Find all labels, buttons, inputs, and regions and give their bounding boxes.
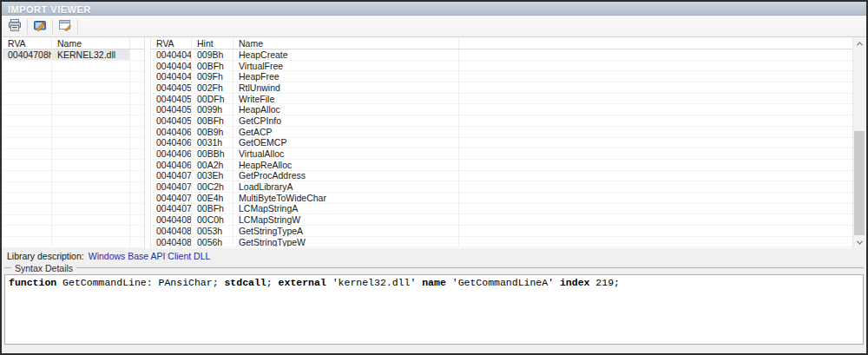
groupbox-line <box>76 267 864 268</box>
import-row[interactable]: 00404060h00B9hGetACP <box>151 127 852 138</box>
imports-table-body: 00404044h009BhHeapCreate00404048h00BFhVi… <box>151 49 852 247</box>
import-row[interactable]: 0040407Ch00BFhLCMapStringA <box>151 204 852 215</box>
code-segment: function <box>9 277 56 288</box>
column-header-rva[interactable]: RVA <box>3 37 52 49</box>
edit-icon <box>33 18 47 35</box>
modules-table-header: RVA Name <box>3 37 144 49</box>
code-segment: GetCommandLine: PAnsiChar; <box>56 277 224 288</box>
properties-icon <box>58 18 72 35</box>
code-segment: index <box>560 277 590 288</box>
syntax-code-box[interactable]: function GetCommandLine: PAnsiChar; stdc… <box>4 274 864 345</box>
scrollbar-thumb[interactable] <box>854 131 865 235</box>
import-row[interactable]: 00404050h002FhRtlUnwind <box>151 82 852 94</box>
module-row[interactable]: 00404708hKERNEL32.dll <box>3 49 144 61</box>
groupbox-line <box>4 267 11 268</box>
column-header-empty <box>130 37 144 49</box>
code-segment: stdcall <box>224 277 266 288</box>
import-row[interactable]: 00404064h0031hGetOEMCP <box>151 138 852 149</box>
code-segment: 219; <box>589 277 620 288</box>
toolbar-separator <box>77 19 78 34</box>
chevron-up-icon <box>856 42 862 48</box>
scroll-down-button[interactable] <box>853 236 865 248</box>
chevron-down-icon <box>856 238 862 244</box>
toolbar <box>2 16 866 37</box>
modules-table-filler <box>3 61 144 248</box>
import-row[interactable]: 00404088h0056hGetStringTypeW <box>151 237 852 248</box>
column-header-rva[interactable]: RVA <box>151 37 192 49</box>
import-row[interactable]: 00404068h00BBhVirtualAlloc <box>151 148 852 160</box>
print-icon <box>8 18 22 35</box>
code-segment: name <box>422 277 446 288</box>
import-row[interactable]: 0040404Ch009FhHeapFree <box>151 71 852 82</box>
properties-button[interactable] <box>55 17 76 36</box>
toolbar-separator <box>52 19 53 34</box>
import-row[interactable]: 00404074h00C2hLoadLibraryA <box>151 181 852 193</box>
code-segment: 'kernel32.dll' <box>326 277 422 288</box>
toolbar-separator <box>27 19 28 34</box>
column-header-hint[interactable]: Hint <box>192 37 233 49</box>
syntax-details-group: Syntax Details <box>4 262 864 273</box>
import-row[interactable]: 0040405Ch00BFhGetCPInfo <box>151 115 852 127</box>
library-description-value: Windows Base API Client DLL <box>89 251 211 261</box>
imports-panel: RVA Hint Name 00404044h009BhHeapCreate00… <box>150 37 865 248</box>
code-segment: 'GetCommandLineA' <box>446 277 560 288</box>
library-description-label: Library description: <box>7 251 84 261</box>
import-row[interactable]: 00404044h009BhHeapCreate <box>151 49 852 61</box>
vertical-scrollbar[interactable] <box>852 37 865 248</box>
column-header-name[interactable]: Name <box>52 37 130 49</box>
import-row[interactable]: 00404084h0053hGetStringTypeA <box>151 226 852 237</box>
modules-panel: RVA Name 00404708hKERNEL32.dll <box>3 37 145 248</box>
import-row[interactable]: 00404054h00DFhWriteFile <box>151 94 852 105</box>
window-title: IMPORT VIEWER <box>8 4 91 15</box>
print-button[interactable] <box>4 17 25 36</box>
code-segment: ; <box>266 277 279 288</box>
import-row[interactable]: 00404078h00E4hMultiByteToWideChar <box>151 193 852 204</box>
syntax-details-title: Syntax Details <box>15 263 73 273</box>
import-row[interactable]: 00404070h003EhGetProcAddress <box>151 171 852 182</box>
import-viewer-window: IMPORT VIEWER <box>0 0 868 355</box>
code-segment: external <box>279 277 326 288</box>
column-header-empty <box>459 37 852 49</box>
window-titlebar: IMPORT VIEWER <box>2 2 866 16</box>
imports-table-header: RVA Hint Name <box>151 37 852 49</box>
column-header-name[interactable]: Name <box>233 37 459 49</box>
scroll-up-button[interactable] <box>853 37 865 49</box>
main-area: RVA Name 00404708hKERNEL32.dll RVA Hint … <box>2 37 866 248</box>
import-row[interactable]: 00404058h0099hHeapAlloc <box>151 104 852 115</box>
edit-button[interactable] <box>30 17 50 36</box>
modules-table-body: 00404708hKERNEL32.dll <box>3 49 144 61</box>
import-row[interactable]: 00404080h00C0hLCMapStringW <box>151 214 852 226</box>
library-description-bar: Library description: Windows Base API Cl… <box>2 248 866 261</box>
import-row[interactable]: 00404048h00BFhVirtualFree <box>151 61 852 72</box>
import-row[interactable]: 0040406Ch00A2hHeapReAlloc <box>151 160 852 171</box>
